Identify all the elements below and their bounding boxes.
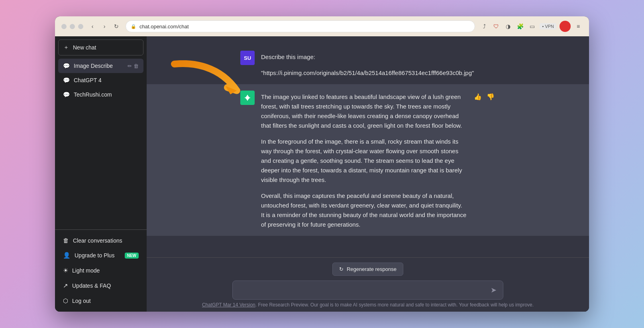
vpn-badge[interactable]: • VPN: [540, 23, 556, 30]
message-inner: SU Describe this image: "https://i.pinim…: [232, 51, 503, 78]
sidebar-item-upgrade[interactable]: 👤 Upgrade to Plus NEW: [58, 248, 143, 263]
delete-icon[interactable]: 🗑: [134, 63, 139, 69]
new-chat-label: New chat: [73, 44, 96, 51]
sidebar-item-chatgpt4[interactable]: 💬 ChatGPT 4: [58, 73, 143, 87]
send-button[interactable]: ➤: [489, 284, 498, 296]
chat-icon: 💬: [63, 63, 70, 69]
logout-icon: ⬡: [63, 297, 68, 304]
new-badge: NEW: [125, 253, 139, 259]
footer-link[interactable]: ChatGPT Mar 14 Version: [202, 302, 255, 308]
titlebar: ‹ › ↻ 🔒 chat.openai.com/chat ⤴ 🛡 ◑ 🧩 ▭ •…: [55, 16, 589, 36]
chat-item-actions: ✏ 🗑: [128, 63, 139, 69]
assistant-message-content: The image you linked to features a beaut…: [261, 91, 467, 229]
sidebar: ＋ New chat 💬 Image Describe ✏ 🗑 💬 ChatGP…: [55, 36, 147, 312]
app-body: ＋ New chat 💬 Image Describe ✏ 🗑 💬 ChatGP…: [55, 36, 589, 312]
user-icon: 👤: [63, 252, 71, 259]
new-chat-button[interactable]: ＋ New chat: [58, 40, 143, 55]
sidebar-top: ＋ New chat 💬 Image Describe ✏ 🗑 💬 ChatGP…: [55, 36, 147, 229]
minimize-button[interactable]: [70, 24, 75, 29]
trash-icon: 🗑: [63, 237, 69, 244]
user-avatar: SU: [240, 51, 255, 65]
url-text: chat.openai.com/chat: [139, 24, 189, 30]
browser-menu-button[interactable]: [560, 21, 571, 32]
user-message-label: Describe this image:: [261, 52, 495, 62]
sidebar-bottom: 🗑 Clear conversations 👤 Upgrade to Plus …: [55, 229, 147, 312]
extensions-icon[interactable]: 🧩: [516, 22, 524, 31]
back-button[interactable]: ‹: [88, 22, 97, 31]
window-icon[interactable]: ▭: [528, 22, 536, 31]
lock-icon: 🔒: [131, 24, 136, 29]
updates-label: Updates & FAQ: [72, 283, 111, 289]
menu-icon[interactable]: ≡: [574, 22, 583, 31]
chat-icon: 💬: [63, 77, 70, 83]
assistant-para-1: The image you linked to features a beaut…: [261, 92, 467, 130]
chat-item-label: ChatGPT 4: [74, 77, 102, 83]
chat-item-label: Image Describe: [74, 63, 113, 69]
message-inner: The image you linked to features a beaut…: [232, 91, 503, 229]
upgrade-label: Upgrade to Plus: [75, 252, 114, 259]
sidebar-item-clear[interactable]: 🗑 Clear conversations: [58, 233, 143, 248]
assistant-message: The image you linked to features a beaut…: [147, 84, 589, 236]
input-area: ↻ Regenerate response ➤ ChatGPT Mar 14 V…: [147, 257, 589, 312]
plus-icon: ＋: [63, 44, 69, 51]
assistant-para-3: Overall, this image captures the peacefu…: [261, 191, 467, 229]
messages-container: SU Describe this image: "https://i.pinim…: [147, 36, 589, 257]
logout-label: Log out: [72, 298, 91, 304]
app-window: ‹ › ↻ 🔒 chat.openai.com/chat ⤴ 🛡 ◑ 🧩 ▭ •…: [55, 16, 589, 312]
sidebar-item-updates[interactable]: ↗ Updates & FAQ: [58, 278, 143, 293]
footer-text: ChatGPT Mar 14 Version. Free Research Pr…: [155, 300, 581, 308]
message-actions: 👍 👎: [473, 91, 495, 229]
address-bar[interactable]: 🔒 chat.openai.com/chat: [126, 20, 475, 32]
sidebar-item-image-describe[interactable]: 💬 Image Describe ✏ 🗑: [58, 59, 143, 73]
chat-area: SU Describe this image: "https://i.pinim…: [147, 36, 589, 312]
thumbs-up-button[interactable]: 👍: [473, 92, 483, 101]
theme-icon[interactable]: ◑: [504, 22, 512, 31]
maximize-button[interactable]: [78, 24, 83, 29]
edit-icon[interactable]: ✏: [128, 63, 132, 69]
footer-body: . Free Research Preview. Our goal is to …: [255, 302, 534, 308]
browser-controls: ‹ › ↻: [88, 22, 121, 31]
sidebar-item-techrushi[interactable]: 💬 TechRushi.com: [58, 87, 143, 102]
thumbs-down-button[interactable]: 👎: [486, 92, 495, 101]
refresh-icon: ↻: [339, 266, 344, 272]
regenerate-button[interactable]: ↻ Regenerate response: [332, 263, 403, 276]
share-icon[interactable]: ⤴: [480, 22, 489, 31]
chat-item-label: TechRushi.com: [74, 91, 112, 98]
clear-label: Clear conversations: [73, 237, 122, 244]
assistant-avatar: [240, 91, 255, 105]
input-wrapper: ➤: [232, 281, 503, 300]
shield-icon[interactable]: 🛡: [492, 22, 501, 31]
assistant-para-2: In the foreground of the image, there is…: [261, 137, 467, 185]
external-link-icon: ↗: [63, 282, 68, 289]
traffic-lights: [61, 24, 83, 29]
regenerate-container: ↻ Regenerate response: [155, 263, 581, 276]
user-message: SU Describe this image: "https://i.pinim…: [147, 44, 589, 84]
refresh-button[interactable]: ↻: [112, 22, 121, 31]
sidebar-item-light-mode[interactable]: ☀ Light mode: [58, 263, 143, 278]
chat-input[interactable]: [238, 285, 489, 295]
user-message-content: Describe this image: "https://i.pinimg.c…: [261, 51, 495, 78]
sun-icon: ☀: [63, 267, 68, 274]
chat-icon: 💬: [63, 91, 70, 98]
browser-actions: ⤴ 🛡 ◑ 🧩 ▭ • VPN ≡: [480, 21, 583, 32]
user-message-url: "https://i.pinimg.com/originals/b2/51/4a…: [261, 68, 495, 78]
close-button[interactable]: [61, 24, 67, 29]
sidebar-item-logout[interactable]: ⬡ Log out: [58, 293, 143, 308]
forward-button[interactable]: ›: [100, 22, 109, 31]
light-mode-label: Light mode: [72, 267, 100, 274]
regenerate-label: Regenerate response: [347, 266, 397, 272]
